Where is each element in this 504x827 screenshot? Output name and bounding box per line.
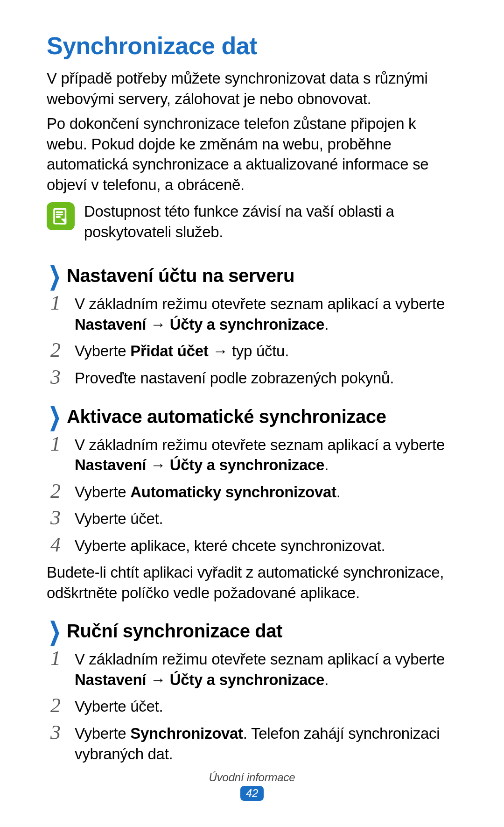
page-title: Synchronizace dat — [47, 32, 457, 60]
step-text: Vyberte účet. — [75, 696, 457, 717]
page-footer: Úvodní informace 42 — [0, 771, 504, 801]
step-number: 2 — [47, 695, 64, 716]
chevron-icon: ❯ — [49, 264, 61, 289]
step-text: Vyberte účet. — [75, 509, 457, 529]
footer-section-label: Úvodní informace — [0, 771, 504, 784]
chevron-icon: ❯ — [49, 619, 61, 644]
step-number: 3 — [47, 367, 64, 388]
step-row: 3Vyberte účet. — [47, 509, 457, 529]
step-number: 4 — [47, 535, 64, 555]
step-row: 4Vyberte aplikace, které chcete synchron… — [47, 536, 457, 556]
step-number: 3 — [47, 508, 64, 528]
section-heading-row: ❯ Aktivace automatické synchronizace — [47, 406, 457, 427]
step-row: 1V základním režimu otevřete seznam apli… — [47, 649, 457, 690]
step-number: 1 — [47, 293, 64, 313]
step-number: 1 — [47, 648, 64, 669]
section-heading: Nastavení účtu na serveru — [67, 265, 294, 286]
step-row: 3Proveďte nastavení podle zobrazených po… — [47, 368, 457, 389]
step-text: Vyberte aplikace, které chcete synchroni… — [75, 536, 457, 556]
manual-page: Synchronizace dat V případě potřeby může… — [0, 0, 504, 827]
page-number-badge: 42 — [240, 786, 264, 801]
step-row: 2Vyberte Přidat účet → typ účtu. — [47, 341, 457, 361]
step-row: 1V základním režimu otevřete seznam apli… — [47, 435, 457, 475]
step-text: V základním režimu otevřete seznam aplik… — [75, 435, 457, 475]
step-text: Vyberte Automaticky synchronizovat. — [75, 482, 457, 502]
step-text: V základním režimu otevřete seznam aplik… — [75, 649, 457, 690]
step-text: V základním režimu otevřete seznam aplik… — [75, 294, 457, 334]
step-number: 2 — [47, 340, 64, 360]
section-heading-row: ❯ Ruční synchronizace dat — [47, 621, 457, 642]
step-text: Vyberte Synchronizovat. Telefon zahájí s… — [75, 723, 457, 764]
section-heading: Aktivace automatické synchronizace — [67, 406, 386, 427]
step-number: 3 — [47, 722, 64, 743]
step-number: 1 — [47, 434, 64, 454]
intro-paragraph-2: Po dokončení synchronizace telefon zůsta… — [47, 113, 457, 195]
step-text: Proveďte nastavení podle zobrazených pok… — [75, 368, 457, 389]
step-text: Vyberte Přidat účet → typ účtu. — [75, 341, 457, 361]
note-block: Dostupnost této funkce závisí na vaší ob… — [47, 201, 457, 242]
step-row: 3Vyberte Synchronizovat. Telefon zahájí … — [47, 723, 457, 764]
section-note: Budete-li chtít aplikaci vyřadit z autom… — [47, 562, 457, 603]
section-heading: Ruční synchronizace dat — [67, 621, 282, 642]
note-text: Dostupnost této funkce závisí na vaší ob… — [84, 201, 457, 242]
step-row: 2Vyberte účet. — [47, 696, 457, 717]
step-row: 2Vyberte Automaticky synchronizovat. — [47, 482, 457, 502]
intro-paragraph-1: V případě potřeby můžete synchronizovat … — [47, 68, 457, 109]
chevron-icon: ❯ — [49, 404, 61, 429]
step-number: 2 — [47, 481, 64, 502]
note-icon — [47, 202, 75, 230]
section-heading-row: ❯ Nastavení účtu na serveru — [47, 265, 457, 286]
step-row: 1V základním režimu otevřete seznam apli… — [47, 294, 457, 334]
